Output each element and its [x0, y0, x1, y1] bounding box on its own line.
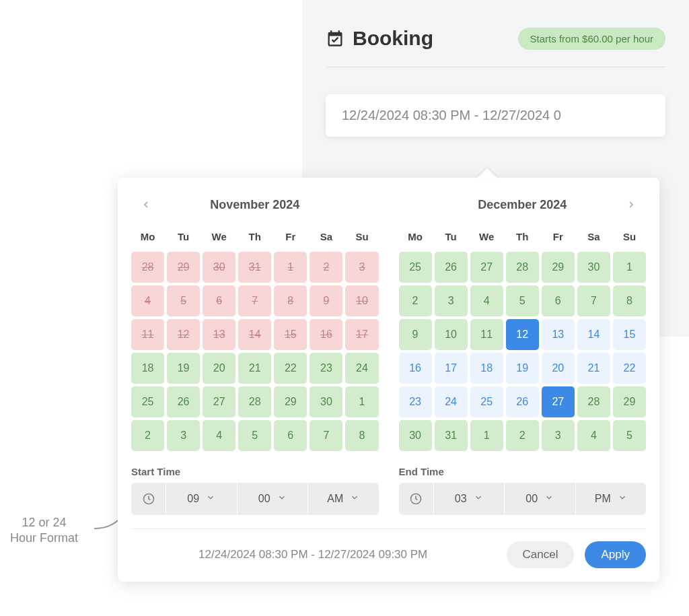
day-cell[interactable]: 25 — [131, 386, 164, 417]
day-cell[interactable]: 21 — [238, 353, 271, 384]
day-cell[interactable]: 26 — [506, 386, 539, 417]
clock-icon[interactable] — [131, 483, 166, 515]
day-cell[interactable]: 23 — [310, 353, 342, 384]
day-cell[interactable]: 30 — [310, 386, 342, 417]
start-time-group: 09 00 AM — [131, 483, 379, 515]
month-title-left: November 2024 — [210, 198, 299, 212]
day-cell[interactable]: 31 — [435, 420, 468, 451]
day-cell[interactable]: 15 — [613, 319, 646, 350]
day-cell[interactable]: 14 — [577, 319, 610, 350]
days-grid-left: 2829303112345678910111213141516171819202… — [131, 252, 379, 451]
day-cell: 3 — [345, 252, 378, 283]
day-cell[interactable]: 2 — [506, 420, 539, 451]
day-cell[interactable]: 25 — [470, 386, 503, 417]
start-minute-select[interactable]: 00 — [238, 483, 309, 515]
day-cell[interactable]: 10 — [435, 319, 468, 350]
booking-header: Booking Starts from $60.00 per hour — [326, 27, 665, 67]
day-cell[interactable]: 27 — [542, 386, 575, 417]
day-cell[interactable]: 30 — [399, 420, 432, 451]
date-range-input[interactable]: 12/24/2024 08:30 PM - 12/27/2024 0 — [326, 94, 665, 137]
day-cell[interactable]: 22 — [274, 353, 307, 384]
day-cell[interactable]: 5 — [613, 420, 646, 451]
day-cell[interactable]: 1 — [470, 420, 503, 451]
day-cell[interactable]: 18 — [470, 353, 503, 384]
next-month-button[interactable] — [623, 197, 639, 213]
annotation-line2: Hour Format — [10, 531, 78, 546]
day-cell[interactable]: 28 — [577, 386, 610, 417]
day-cell[interactable]: 20 — [542, 353, 575, 384]
day-cell: 15 — [274, 319, 307, 350]
day-cell: 28 — [131, 252, 164, 283]
dow-cell: Mo — [131, 227, 164, 246]
day-cell[interactable]: 24 — [435, 386, 468, 417]
day-cell: 13 — [203, 319, 235, 350]
day-cell[interactable]: 2 — [131, 420, 164, 451]
day-cell[interactable]: 17 — [435, 353, 468, 384]
day-cell[interactable]: 27 — [470, 252, 503, 283]
day-cell[interactable]: 13 — [542, 319, 575, 350]
day-cell[interactable]: 2 — [399, 285, 432, 316]
annotation-line1: 12 or 24 — [10, 515, 78, 531]
day-cell[interactable]: 22 — [613, 353, 646, 384]
end-ampm-select[interactable]: PM — [576, 483, 647, 515]
day-cell[interactable]: 8 — [345, 420, 378, 451]
apply-button[interactable]: Apply — [585, 541, 646, 568]
picker-footer: 12/24/2024 08:30 PM - 12/27/2024 09:30 P… — [131, 528, 646, 568]
chevron-down-icon — [474, 493, 483, 505]
day-cell[interactable]: 11 — [470, 319, 503, 350]
booking-title: Booking — [353, 27, 433, 50]
clock-icon[interactable] — [399, 483, 434, 515]
day-cell[interactable]: 21 — [577, 353, 610, 384]
day-cell[interactable]: 9 — [399, 319, 432, 350]
dow-cell: Su — [613, 227, 646, 246]
dow-row-left: MoTuWeThFrSaSu — [131, 227, 379, 246]
months-row: November 2024 MoTuWeThFrSaSu 28293031123… — [131, 195, 646, 451]
day-cell[interactable]: 27 — [203, 386, 235, 417]
day-cell[interactable]: 4 — [577, 420, 610, 451]
day-cell[interactable]: 19 — [506, 353, 539, 384]
end-hour-value: 03 — [455, 493, 467, 505]
end-hour-select[interactable]: 03 — [434, 483, 505, 515]
start-ampm-select[interactable]: AM — [308, 483, 379, 515]
day-cell[interactable]: 1 — [345, 386, 378, 417]
day-cell[interactable]: 30 — [577, 252, 610, 283]
day-cell[interactable]: 7 — [577, 285, 610, 316]
prev-month-button[interactable] — [138, 197, 154, 213]
day-cell[interactable]: 7 — [310, 420, 342, 451]
day-cell[interactable]: 1 — [613, 252, 646, 283]
start-ampm-value: AM — [327, 493, 343, 505]
day-cell[interactable]: 6 — [542, 285, 575, 316]
start-hour-select[interactable]: 09 — [166, 483, 238, 515]
start-minute-value: 00 — [258, 493, 270, 505]
day-cell[interactable]: 8 — [613, 285, 646, 316]
day-cell[interactable]: 12 — [506, 319, 539, 350]
day-cell[interactable]: 3 — [542, 420, 575, 451]
day-cell[interactable]: 19 — [167, 353, 200, 384]
dow-cell: Sa — [310, 227, 342, 246]
day-cell[interactable]: 5 — [506, 285, 539, 316]
dow-cell: Th — [238, 227, 271, 246]
day-cell[interactable]: 26 — [167, 386, 200, 417]
day-cell[interactable]: 6 — [274, 420, 307, 451]
day-cell[interactable]: 5 — [238, 420, 271, 451]
day-cell: 10 — [345, 285, 378, 316]
day-cell[interactable]: 29 — [274, 386, 307, 417]
day-cell[interactable]: 4 — [470, 285, 503, 316]
day-cell[interactable]: 23 — [399, 386, 432, 417]
day-cell[interactable]: 24 — [345, 353, 378, 384]
day-cell[interactable]: 29 — [613, 386, 646, 417]
day-cell[interactable]: 18 — [131, 353, 164, 384]
day-cell[interactable]: 26 — [435, 252, 468, 283]
day-cell[interactable]: 3 — [435, 285, 468, 316]
day-cell[interactable]: 20 — [203, 353, 235, 384]
day-cell[interactable]: 16 — [399, 353, 432, 384]
cancel-button[interactable]: Cancel — [507, 541, 575, 568]
day-cell[interactable]: 3 — [167, 420, 200, 451]
day-cell[interactable]: 25 — [399, 252, 432, 283]
day-cell[interactable]: 28 — [506, 252, 539, 283]
end-minute-select[interactable]: 00 — [505, 483, 576, 515]
day-cell[interactable]: 4 — [203, 420, 235, 451]
day-cell[interactable]: 29 — [542, 252, 575, 283]
end-time-label: End Time — [399, 466, 647, 477]
day-cell[interactable]: 28 — [238, 386, 271, 417]
